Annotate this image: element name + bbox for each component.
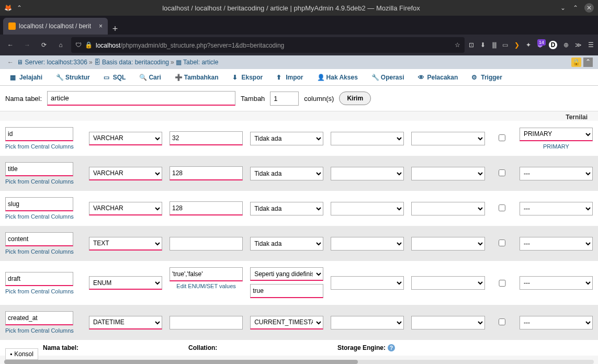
address-bar[interactable]: 🛡 🔒 localhost/phpmyadmin/db_structure.ph… bbox=[71, 37, 465, 53]
pick-central-link[interactable]: Pick from Central Columns bbox=[5, 288, 82, 294]
back-button[interactable]: ← bbox=[4, 39, 17, 51]
col-length-input[interactable] bbox=[170, 267, 243, 281]
pick-central-link[interactable]: Pick from Central Columns bbox=[5, 178, 82, 185]
index-name-label[interactable]: PRIMARY bbox=[520, 143, 593, 150]
reader-icon[interactable]: ▭ bbox=[502, 41, 508, 49]
col-collation-select[interactable] bbox=[331, 202, 404, 215]
col-default-select[interactable]: Seperti yang didefinisikan: bbox=[250, 267, 323, 281]
tab-insert[interactable]: ➕Tambahkan bbox=[168, 70, 225, 85]
browser-tab-active[interactable]: localhost / localhost / berit × bbox=[3, 18, 108, 35]
col-default-select[interactable]: Tidak ada bbox=[250, 237, 323, 251]
col-name-input[interactable] bbox=[5, 162, 73, 176]
tab-sql[interactable]: ▭SQL bbox=[97, 70, 133, 85]
col-collation-select[interactable] bbox=[331, 276, 404, 290]
col-type-select[interactable]: ENUM bbox=[89, 276, 162, 290]
col-length-input[interactable] bbox=[170, 201, 243, 215]
edit-enum-link[interactable]: Edit ENUM/SET values bbox=[170, 283, 243, 289]
col-null-checkbox[interactable] bbox=[499, 134, 505, 141]
bookmark-star-icon[interactable]: ☆ bbox=[455, 41, 460, 49]
col-collation-select[interactable] bbox=[331, 237, 404, 251]
col-collation-select[interactable] bbox=[331, 132, 404, 145]
col-type-select[interactable]: VARCHAR bbox=[89, 167, 162, 180]
col-name-input[interactable] bbox=[5, 127, 73, 141]
col-index-select[interactable]: --- bbox=[520, 237, 593, 251]
shield-icon[interactable]: 🛡 bbox=[75, 41, 82, 49]
col-index-select[interactable]: --- bbox=[520, 276, 593, 290]
col-index-select[interactable]: --- bbox=[520, 316, 593, 329]
console-button[interactable]: ▪ Konsol bbox=[5, 348, 38, 360]
new-tab-button[interactable]: + bbox=[108, 24, 122, 35]
crumb-table[interactable]: ▦ Tabel: article bbox=[176, 59, 219, 66]
col-default-select[interactable]: Tidak ada bbox=[250, 167, 323, 180]
col-collation-select[interactable] bbox=[331, 316, 404, 329]
col-attribute-select[interactable] bbox=[411, 167, 484, 180]
col-type-select[interactable]: VARCHAR bbox=[89, 132, 162, 145]
maximize-icon[interactable]: ⌃ bbox=[572, 4, 579, 12]
tab-structure[interactable]: 🔧Struktur bbox=[49, 70, 97, 85]
col-null-checkbox[interactable] bbox=[492, 280, 512, 287]
col-index-select[interactable]: --- bbox=[520, 167, 593, 180]
lock-info-icon[interactable]: 🔒 bbox=[571, 58, 581, 67]
tab-privileges[interactable]: 👤Hak Akses bbox=[310, 70, 365, 85]
col-name-input[interactable] bbox=[5, 232, 73, 246]
crumb-server[interactable]: 🖥 Server: localhost:3306 bbox=[17, 59, 87, 66]
chevron-up-icon[interactable]: ⌃ bbox=[16, 4, 23, 12]
table-name-input[interactable] bbox=[47, 91, 235, 106]
col-index-select[interactable]: PRIMARY bbox=[520, 128, 593, 141]
forward-button[interactable]: → bbox=[21, 39, 33, 51]
reload-button[interactable]: ⟳ bbox=[38, 39, 50, 51]
col-collation-select[interactable] bbox=[331, 167, 404, 180]
crumb-database[interactable]: 🗄 Basis data: beritacoding bbox=[94, 59, 169, 66]
pick-central-link[interactable]: Pick from Central Columns bbox=[5, 213, 82, 220]
col-null-checkbox[interactable] bbox=[499, 169, 505, 176]
col-null-checkbox[interactable] bbox=[499, 204, 505, 211]
col-attribute-select[interactable] bbox=[411, 237, 484, 251]
col-name-input[interactable] bbox=[5, 272, 73, 286]
col-length-input[interactable] bbox=[170, 237, 243, 251]
ext3-icon[interactable]: ⬢ 14 bbox=[537, 41, 543, 49]
download-icon[interactable]: ⬇ bbox=[480, 41, 486, 49]
scrollbar-thumb[interactable] bbox=[4, 360, 358, 364]
lock-icon[interactable]: 🔒 bbox=[85, 41, 93, 49]
col-type-select[interactable]: VARCHAR bbox=[89, 202, 162, 215]
minimize-icon[interactable]: ⌄ bbox=[559, 4, 567, 12]
ext1-icon[interactable]: ❯ bbox=[514, 41, 520, 49]
tab-tracking[interactable]: 👁Pelacakan bbox=[411, 70, 465, 85]
horizontal-scrollbar[interactable] bbox=[4, 360, 594, 364]
col-default-select[interactable]: Tidak ada bbox=[250, 202, 323, 215]
breadcrumb-back-icon[interactable]: ← bbox=[7, 59, 14, 66]
col-length-input[interactable] bbox=[170, 166, 243, 180]
tab-import[interactable]: ⬆Impor bbox=[269, 70, 310, 85]
close-window-icon[interactable]: ✕ bbox=[584, 3, 594, 13]
home-button[interactable]: ⌂ bbox=[54, 39, 67, 51]
tab-export[interactable]: ⬇Ekspor bbox=[225, 70, 270, 85]
col-default-select[interactable]: CURRENT_TIMESTAMP bbox=[250, 316, 323, 329]
col-attribute-select[interactable] bbox=[411, 276, 484, 290]
col-null-checkbox[interactable] bbox=[499, 240, 505, 246]
ext5-icon[interactable]: ⊕ bbox=[563, 41, 569, 49]
overflow-icon[interactable]: ≫ bbox=[575, 41, 582, 49]
col-attribute-select[interactable] bbox=[411, 132, 484, 145]
col-attribute-select[interactable] bbox=[411, 202, 484, 215]
menu-icon[interactable]: ☰ bbox=[588, 41, 594, 49]
collapse-up-icon[interactable]: ⌃ bbox=[583, 58, 593, 67]
ext2-icon[interactable]: ✦ bbox=[526, 41, 531, 49]
col-index-select[interactable]: --- bbox=[520, 202, 593, 215]
col-null-checkbox[interactable] bbox=[499, 318, 505, 325]
close-tab-icon[interactable]: × bbox=[99, 22, 103, 30]
col-name-input[interactable] bbox=[5, 311, 73, 325]
col-default-select[interactable]: Tidak ada bbox=[250, 132, 323, 145]
tab-browse[interactable]: ▦Jelajahi bbox=[3, 70, 49, 85]
pick-central-link[interactable]: Pick from Central Columns bbox=[5, 143, 82, 150]
tab-search[interactable]: 🔍Cari bbox=[132, 70, 167, 85]
tab-operations[interactable]: 🔧Operasi bbox=[365, 70, 411, 85]
pick-central-link[interactable]: Pick from Central Columns bbox=[5, 248, 82, 255]
col-default-value-input[interactable] bbox=[250, 284, 323, 298]
col-length-input[interactable] bbox=[170, 131, 243, 145]
ext4-icon[interactable]: D bbox=[549, 41, 557, 49]
pick-central-link[interactable]: Pick from Central Columns bbox=[5, 327, 82, 334]
tab-trigger[interactable]: ⚙Trigger bbox=[465, 70, 509, 85]
col-type-select[interactable]: DATETIME bbox=[89, 316, 162, 329]
col-length-input[interactable] bbox=[170, 316, 243, 329]
pocket-icon[interactable]: ⊡ bbox=[469, 41, 474, 49]
